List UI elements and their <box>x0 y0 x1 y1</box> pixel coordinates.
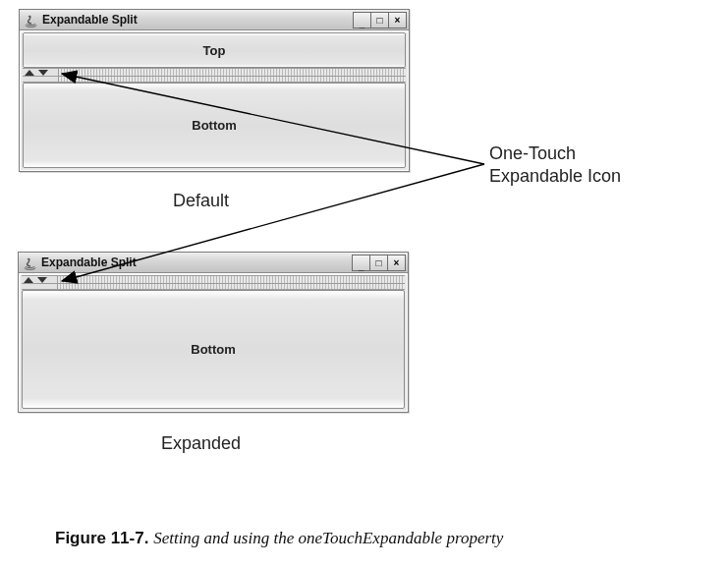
figure-label: Figure 11-7. <box>55 529 148 547</box>
client-area: Bottom <box>19 275 408 412</box>
minimize-button[interactable]: _ <box>352 255 370 271</box>
one-touch-arrows[interactable] <box>24 277 47 283</box>
split-pane: Top Bottom <box>23 32 406 168</box>
titlebar[interactable]: Expandable Split _ □ × <box>20 10 409 30</box>
callout-line2: Expandable Icon <box>489 165 621 188</box>
arrow-down-icon[interactable] <box>38 70 48 76</box>
maximize-button[interactable]: □ <box>370 12 389 28</box>
one-touch-arrows[interactable] <box>25 70 48 76</box>
window-title: Expandable Split <box>42 13 353 27</box>
minimize-button[interactable]: _ <box>353 12 371 28</box>
bottom-pane[interactable]: Bottom <box>23 83 406 168</box>
arrow-up-icon[interactable] <box>25 70 34 76</box>
java-icon <box>24 13 38 28</box>
state-label-default: Default <box>173 191 229 211</box>
window-default: Expandable Split _ □ × Top Bottom <box>19 9 410 172</box>
top-pane[interactable]: Top <box>23 32 406 68</box>
figure-caption: Figure 11-7. Setting and using the oneTo… <box>55 529 503 548</box>
window-expanded: Expandable Split _ □ × Bottom <box>18 252 409 413</box>
titlebar[interactable]: Expandable Split _ □ × <box>19 253 408 273</box>
split-divider[interactable] <box>23 68 406 83</box>
callout-line1: One-Touch <box>489 142 621 165</box>
callout: One-Touch Expandable Icon <box>489 142 621 187</box>
split-divider[interactable] <box>22 275 405 290</box>
arrow-up-icon[interactable] <box>24 277 33 283</box>
window-buttons: _ □ × <box>352 255 406 271</box>
arrow-down-icon[interactable] <box>37 277 47 283</box>
window-title: Expandable Split <box>41 256 352 269</box>
state-label-expanded: Expanded <box>161 433 241 454</box>
close-button[interactable]: × <box>388 12 407 28</box>
bottom-pane[interactable]: Bottom <box>22 290 405 409</box>
java-icon <box>23 256 37 270</box>
client-area: Top Bottom <box>20 32 409 171</box>
figure-description: Setting and using the oneTouchExpandable… <box>153 529 503 547</box>
split-pane: Bottom <box>22 275 405 409</box>
maximize-button[interactable]: □ <box>369 255 388 271</box>
close-button[interactable]: × <box>387 255 406 271</box>
window-buttons: _ □ × <box>353 12 407 28</box>
